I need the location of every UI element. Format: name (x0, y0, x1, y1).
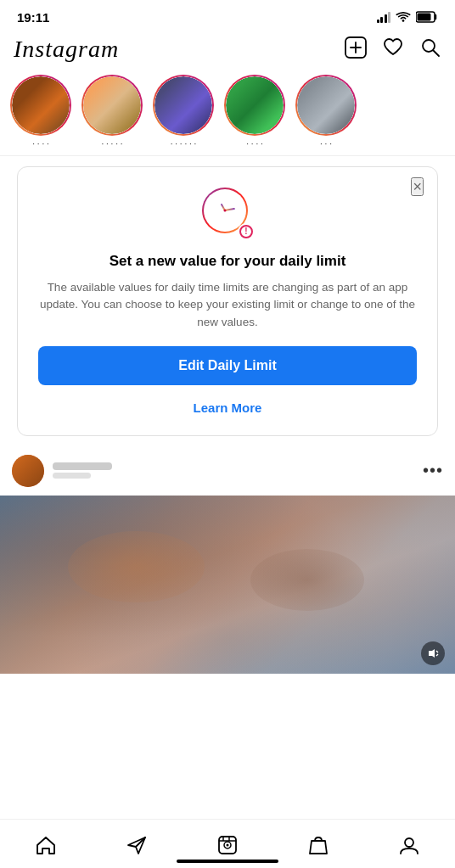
instagram-logo: Instagram (14, 36, 119, 63)
search-nav-icon[interactable] (419, 36, 441, 62)
card-icon-wrapper: ! (38, 188, 417, 238)
svg-point-19 (405, 838, 413, 847)
svg-line-10 (436, 654, 438, 656)
nav-profile[interactable] (385, 831, 434, 860)
story-name: · · · · · (101, 139, 122, 148)
nav-send[interactable] (112, 831, 161, 860)
battery-icon (416, 11, 438, 23)
post-section: ••• (0, 446, 455, 674)
alert-badge: ! (238, 223, 255, 240)
story-name: · · · · (246, 139, 262, 148)
post-user (12, 455, 112, 487)
svg-rect-2 (418, 14, 431, 21)
nav-reels[interactable] (203, 831, 252, 860)
post-header: ••• (0, 446, 455, 496)
stories-row: · · · · · · · · · · · · · · · · · · · · … (0, 71, 455, 155)
card-description: The available values for daily time limi… (38, 279, 417, 331)
svg-point-0 (402, 20, 405, 22)
signal-icon (377, 11, 391, 23)
story-item[interactable]: · · · · · (81, 75, 143, 148)
status-icons (377, 11, 439, 23)
volume-icon[interactable] (421, 641, 445, 665)
close-button[interactable]: × (411, 177, 424, 196)
story-item[interactable]: · · · · · · (153, 75, 214, 148)
story-name: · · · · (32, 139, 48, 148)
story-item[interactable]: · · · · (224, 75, 285, 148)
svg-marker-8 (429, 649, 435, 658)
post-username-placeholder (53, 462, 112, 470)
story-item[interactable]: · · · (295, 75, 357, 148)
nav-icons (345, 36, 441, 62)
wifi-icon (396, 11, 411, 23)
svg-line-7 (434, 51, 440, 57)
story-name: · · · (320, 139, 332, 148)
svg-line-9 (436, 651, 438, 652)
post-user-info (53, 462, 112, 479)
clock-alert-icon: ! (202, 188, 253, 238)
top-nav: Instagram (0, 31, 455, 71)
card-title: Set a new value for your daily limit (38, 252, 417, 271)
post-image (0, 496, 455, 674)
status-time: 19:11 (17, 10, 49, 25)
heart-icon[interactable] (382, 36, 404, 62)
learn-more-button[interactable]: Learn More (38, 397, 417, 418)
divider (0, 155, 455, 156)
post-avatar (12, 455, 44, 487)
story-name: · · · · · · (171, 139, 197, 148)
edit-daily-limit-button[interactable]: Edit Daily Limit (38, 346, 417, 385)
bottom-nav (0, 819, 455, 868)
new-post-icon[interactable] (345, 36, 367, 62)
nav-shop[interactable] (294, 831, 343, 860)
status-bar: 19:11 (0, 0, 455, 31)
svg-point-15 (226, 843, 228, 846)
post-subline-placeholder (53, 473, 91, 479)
notification-card: × ! Set a new value for your daily limit… (17, 166, 438, 436)
nav-home[interactable] (21, 831, 70, 860)
post-more-button[interactable]: ••• (423, 461, 443, 480)
story-item[interactable]: · · · · (10, 75, 71, 148)
